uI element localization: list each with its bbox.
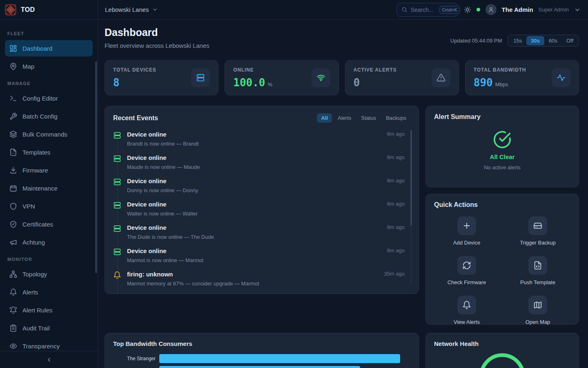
- event-row: Device onlineBrandt is now online — Bran…: [113, 129, 410, 152]
- stat-value: 890: [474, 76, 493, 89]
- event-body: Device onlineBrandt is now online — Bran…: [127, 131, 199, 147]
- quick-action-push-template[interactable]: Push Template: [505, 256, 570, 285]
- avatar[interactable]: [486, 4, 497, 15]
- server-icon: [113, 177, 121, 186]
- refresh-option-30s[interactable]: 30s: [526, 36, 544, 45]
- sidebar-item-templates[interactable]: Templates: [5, 144, 93, 160]
- sidebar-item-label: Audit Trail: [22, 325, 50, 332]
- event-filter-tab-backups[interactable]: Backups: [382, 113, 410, 123]
- user-menu-chevron-down-icon[interactable]: [574, 7, 581, 13]
- sidebar-item-alerts[interactable]: Alerts: [5, 284, 93, 300]
- bandwidth-chart: The StrangerWalter: [113, 354, 410, 368]
- event-detail: Marmot is now online — Marmot: [127, 257, 203, 263]
- quick-action-add-device[interactable]: Add Device: [434, 216, 499, 246]
- server-icon: [113, 224, 121, 232]
- sidebar-item-batch-config[interactable]: Batch Config: [5, 108, 93, 124]
- quick-action-tile: [528, 256, 547, 275]
- quick-action-open-map[interactable]: Open Map: [505, 296, 570, 325]
- stat-card-body: ONLINE100.0%: [233, 67, 272, 88]
- chevron-down-icon: [152, 7, 158, 13]
- shield-check-icon: [9, 220, 17, 228]
- theme-toggle-sun-icon[interactable]: [464, 6, 471, 13]
- quick-action-view-alerts[interactable]: View Alerts: [434, 296, 499, 325]
- sidebar-item-label: Dashboard: [22, 45, 52, 52]
- calendar-icon: [9, 184, 17, 192]
- sidebar-item-label: Maintenance: [22, 185, 58, 192]
- sidebar-item-label: Templates: [22, 149, 50, 156]
- stat-value: 8: [113, 76, 120, 89]
- nav-section-manage: MANAGEConfig EditorBatch ConfigBulk Comm…: [5, 81, 93, 250]
- bell-icon: [113, 271, 121, 279]
- refresh-option-off[interactable]: Off: [562, 36, 578, 45]
- event-time: 35m ago: [384, 271, 405, 287]
- stat-icon-tile: [552, 68, 570, 87]
- search-icon: [401, 7, 408, 13]
- sidebar-item-audit-trail[interactable]: Audit Trail: [5, 320, 93, 336]
- bell-icon: [462, 301, 471, 310]
- bandwidth-row: Walter: [113, 366, 410, 368]
- event-filter-tab-all[interactable]: All: [317, 113, 332, 123]
- stat-label: ONLINE: [233, 67, 272, 73]
- stats-row: TOTAL DEVICES8ONLINE100.0%ACTIVE ALERTS0…: [105, 60, 579, 95]
- sidebar-item-vpn[interactable]: VPN: [5, 198, 93, 214]
- connection-status-dot: [477, 8, 480, 11]
- quick-action-tile: [528, 216, 547, 235]
- search-box[interactable]: Cmd+K: [396, 3, 459, 17]
- sidebar-item-maintenance[interactable]: Maintenance: [5, 180, 93, 196]
- event-title: Device online: [127, 154, 200, 161]
- sidebar-item-config-editor[interactable]: Config Editor: [5, 90, 93, 106]
- dashboard-icon: [9, 45, 17, 52]
- sidebar-item-label: Map: [22, 63, 34, 70]
- nav-section-label: MONITOR: [7, 257, 90, 262]
- event-row: resolved: unknownMarmot temperature at 7…: [113, 292, 410, 294]
- sidebar-item-topology[interactable]: Topology: [5, 266, 93, 282]
- refresh-option-15s[interactable]: 15s: [509, 36, 526, 45]
- quick-action-tile: [457, 256, 476, 275]
- sidebar-item-map[interactable]: Map: [5, 58, 93, 74]
- sidebar-item-dashboard[interactable]: Dashboard: [5, 40, 93, 56]
- alert-summary-title: Alert Summary: [434, 113, 570, 121]
- event-body: firing: unknownMarmot memory at 87% — co…: [127, 271, 259, 287]
- nav-section-fleet: FLEETDashboardMap: [5, 31, 93, 74]
- file-icon: [9, 148, 17, 156]
- quick-action-tile: [528, 296, 547, 314]
- bandwidth-bar: [159, 366, 360, 368]
- sidebar-scrollbar[interactable]: [95, 61, 97, 273]
- network-icon: [9, 270, 17, 278]
- refresh-interval-segmented-control: 15s30s60sOff: [508, 35, 579, 47]
- quick-action-label: Open Map: [526, 319, 550, 325]
- page-title: Dashboard: [105, 27, 209, 38]
- page-subtitle: Fleet overview across Lebowski Lanes: [105, 42, 209, 49]
- event-row: Device onlineWalter is now online — Walt…: [113, 199, 410, 222]
- sidebar-item-bulk-commands[interactable]: Bulk Commands: [5, 126, 93, 142]
- event-row: Device onlineDonny is now online — Donny…: [113, 175, 410, 199]
- clipboard-icon: [9, 324, 17, 332]
- sidebar-item-label: Bulk Commands: [22, 131, 67, 138]
- event-filter-tab-alerts[interactable]: Alerts: [334, 113, 355, 123]
- activity-icon: [557, 73, 566, 82]
- fleet-selector[interactable]: Lebowski Lanes: [105, 6, 158, 13]
- quick-action-trigger-backup[interactable]: Trigger Backup: [505, 216, 570, 246]
- file-code-icon: [533, 261, 542, 270]
- search-input[interactable]: [411, 7, 436, 13]
- sidebar-item-firmware[interactable]: Firmware: [5, 162, 93, 178]
- sidebar-item-label: Topology: [22, 271, 47, 278]
- event-detail: Marmot memory at 87% — consider upgrade …: [127, 280, 259, 287]
- refresh-option-60s[interactable]: 60s: [544, 36, 562, 45]
- nav-section-monitor: MONITORTopologyAlertsAlert RulesAudit Tr…: [5, 257, 93, 354]
- map-pin-icon: [9, 63, 17, 70]
- events-scrollbar[interactable]: [410, 130, 412, 285]
- stat-icon-tile: [191, 68, 210, 87]
- event-filter-tab-status[interactable]: Status: [357, 113, 380, 123]
- sidebar-item-alert-rules[interactable]: Alert Rules: [5, 302, 93, 318]
- sidebar-item-certificates[interactable]: Certificates: [5, 216, 93, 232]
- stat-card-body: TOTAL DEVICES8: [113, 67, 156, 88]
- sidebar-item-label: Achtung: [22, 239, 45, 246]
- server-icon: [113, 131, 121, 139]
- sidebar-collapse-button[interactable]: [0, 351, 98, 368]
- sidebar-item-achtung[interactable]: Achtung: [5, 234, 93, 250]
- main-content: Dashboard Fleet overview across Lebowski…: [98, 20, 588, 368]
- event-title: Device online: [127, 131, 199, 138]
- event-title: Device online: [127, 201, 198, 208]
- quick-action-check-firmware[interactable]: Check Firmware: [434, 256, 499, 285]
